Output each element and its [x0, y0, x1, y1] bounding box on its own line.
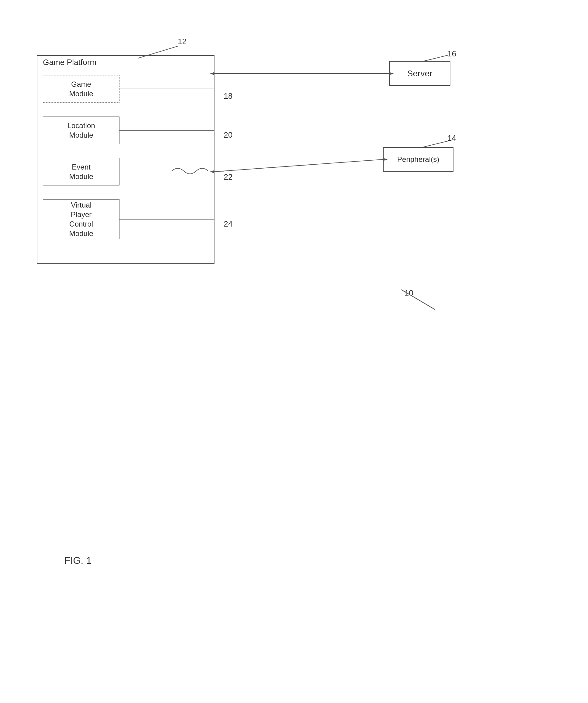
svg-line-13: [423, 141, 448, 147]
event-module-label: EventModule: [69, 162, 93, 181]
game-module-label: GameModule: [69, 79, 93, 98]
peripherals-box: Peripheral(s): [383, 147, 453, 172]
ref-24: 24: [224, 219, 233, 229]
ref-12: 12: [178, 37, 187, 46]
location-module-label: LocationModule: [67, 121, 95, 140]
game-platform-label: Game Platform: [43, 58, 96, 67]
game-module-box: GameModule: [43, 75, 119, 103]
ref-14: 14: [447, 133, 456, 143]
server-box: Server: [389, 61, 450, 86]
fig-label: FIG. 1: [64, 555, 92, 566]
location-module-box: LocationModule: [43, 116, 119, 144]
svg-line-12: [423, 55, 448, 61]
ref-16: 16: [447, 49, 456, 59]
virtual-player-box: VirtualPlayerControlModule: [43, 199, 119, 239]
svg-line-6: [215, 159, 383, 172]
peripherals-label: Peripheral(s): [397, 155, 439, 164]
server-label: Server: [407, 69, 432, 78]
event-module-box: EventModule: [43, 158, 119, 185]
ref-18: 18: [224, 91, 233, 101]
diagram-container: Game Platform GameModule LocationModule …: [0, 18, 588, 540]
virtual-player-label: VirtualPlayerControlModule: [69, 200, 93, 239]
ref-22: 22: [224, 172, 233, 182]
ref-20: 20: [224, 130, 233, 140]
ref-10: 10: [405, 288, 413, 298]
